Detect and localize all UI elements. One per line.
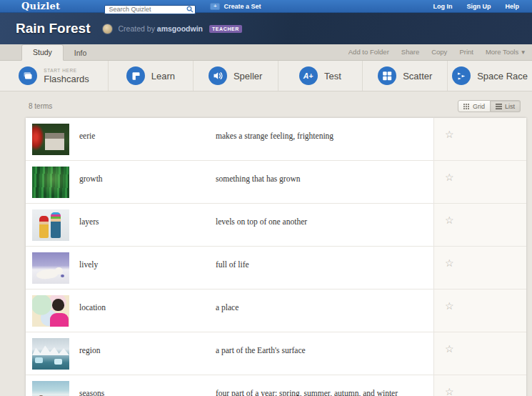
term-image-thumbnail[interactable]: [32, 338, 69, 370]
more-tools-button[interactable]: More Tools: [486, 48, 518, 56]
create-set-button[interactable]: + Create a Set: [210, 3, 261, 10]
learn-icon: [126, 66, 145, 85]
term-text: layers: [79, 204, 216, 246]
search-icon[interactable]: [186, 3, 194, 16]
terms-list: eerie makes a strange feeling, frighteni…: [26, 118, 526, 396]
term-text: region: [79, 332, 216, 375]
definition-text: full of life: [216, 247, 433, 289]
list-header: 8 terms Grid List: [0, 91, 532, 118]
created-by: Created by amsgoodwin TEACHER: [119, 24, 242, 33]
star-icon[interactable]: ☆: [445, 386, 454, 396]
set-header: Rain Forest Created by amsgoodwin TEACHE…: [0, 13, 532, 44]
term-image-thumbnail[interactable]: [32, 124, 69, 155]
table-row: growth something that has grown ☆: [26, 161, 526, 204]
copy-button[interactable]: Copy: [431, 48, 447, 56]
author-link[interactable]: amsgoodwin: [157, 24, 203, 33]
quizlet-logo[interactable]: Quizlet: [21, 1, 60, 11]
log-in-link[interactable]: Log In: [433, 3, 452, 10]
term-image-thumbnail[interactable]: [32, 209, 69, 241]
grid-icon: [463, 104, 470, 109]
test-icon: A+: [299, 66, 318, 85]
table-row: eerie makes a strange feeling, frighteni…: [26, 118, 526, 161]
table-row: seasons four part of a year: spring, sum…: [26, 375, 526, 396]
share-button[interactable]: Share: [401, 48, 419, 56]
star-icon[interactable]: ☆: [445, 214, 454, 226]
avatar[interactable]: [102, 24, 113, 34]
tab-info[interactable]: Info: [64, 46, 98, 61]
add-to-folder-button[interactable]: Add to Folder: [348, 48, 389, 56]
print-button[interactable]: Print: [459, 48, 473, 56]
star-icon[interactable]: ☆: [445, 300, 454, 312]
term-text: lively: [79, 247, 216, 289]
star-cell: ☆: [433, 161, 526, 203]
definition-text: levels on top of one another: [216, 204, 433, 246]
table-row: region a part of the Earth's surface ☆: [26, 332, 526, 375]
sign-up-link[interactable]: Sign Up: [466, 3, 491, 10]
star-icon[interactable]: ☆: [445, 257, 454, 269]
term-count: 8 terms: [29, 102, 52, 110]
star-cell: ☆: [433, 375, 526, 396]
star-icon[interactable]: ☆: [445, 172, 454, 183]
table-row: location a place ☆: [26, 289, 526, 332]
search-box: [104, 1, 196, 11]
definition-text: something that has grown: [216, 161, 433, 203]
view-toggle: Grid List: [458, 100, 521, 112]
svg-text:A+: A+: [303, 71, 313, 80]
mode-space-race[interactable]: Space Race: [448, 61, 532, 91]
chevron-down-icon: ▾: [521, 48, 525, 56]
list-view-button[interactable]: List: [491, 100, 521, 112]
mode-scatter[interactable]: Scatter: [363, 61, 448, 91]
set-toolbar: Add to Folder Share Copy Print More Tool…: [348, 48, 525, 60]
mode-learn[interactable]: Learn: [109, 61, 194, 91]
space-race-icon: [452, 66, 471, 85]
account-links: Log In Sign Up Help: [433, 3, 519, 10]
speller-icon: [209, 66, 227, 85]
grid-view-button[interactable]: Grid: [458, 100, 491, 112]
scatter-icon: [378, 66, 396, 85]
top-navigation-bar: Quizlet + Create a Set Log In Sign Up He…: [0, 0, 532, 13]
star-cell: ☆: [433, 118, 526, 160]
term-image-thumbnail[interactable]: [32, 381, 69, 396]
definition-text: makes a strange feeling, frightening: [216, 118, 433, 160]
teacher-badge: TEACHER: [209, 25, 242, 33]
term-text: seasons: [79, 375, 216, 396]
star-cell: ☆: [433, 247, 526, 289]
plus-icon: +: [210, 3, 220, 10]
search-input[interactable]: [104, 5, 196, 14]
term-text: eerie: [79, 118, 216, 160]
mode-speller[interactable]: Speller: [194, 61, 278, 91]
list-icon: [496, 104, 502, 109]
start-here-label: START HERE: [44, 68, 89, 73]
study-modes-bar: START HERE Flashcards Learn Speller A+ T…: [0, 61, 532, 91]
definition-text: four part of a year: spring, summer, aut…: [216, 375, 433, 396]
table-row: lively full of life ☆: [26, 247, 526, 289]
star-cell: ☆: [433, 289, 526, 332]
term-image-thumbnail[interactable]: [32, 167, 69, 198]
term-image-thumbnail[interactable]: [32, 295, 69, 327]
term-text: location: [79, 289, 216, 332]
tab-strip: Study Info Add to Folder Share Copy Prin…: [0, 44, 532, 61]
star-icon[interactable]: ☆: [445, 129, 454, 140]
star-icon[interactable]: ☆: [445, 343, 454, 355]
term-image-thumbnail[interactable]: [32, 252, 69, 284]
page-title: Rain Forest: [16, 21, 91, 36]
definition-text: a part of the Earth's surface: [216, 332, 433, 375]
star-cell: ☆: [433, 204, 526, 246]
flashcards-icon: [19, 66, 37, 85]
definition-text: a place: [216, 289, 433, 332]
tab-study[interactable]: Study: [21, 44, 64, 61]
mode-test[interactable]: A+ Test: [278, 61, 363, 91]
table-row: layers levels on top of one another ☆: [26, 204, 526, 247]
term-text: growth: [79, 161, 216, 203]
star-cell: ☆: [433, 332, 526, 375]
help-link[interactable]: Help: [505, 3, 519, 10]
mode-flashcards[interactable]: START HERE Flashcards: [0, 61, 109, 91]
